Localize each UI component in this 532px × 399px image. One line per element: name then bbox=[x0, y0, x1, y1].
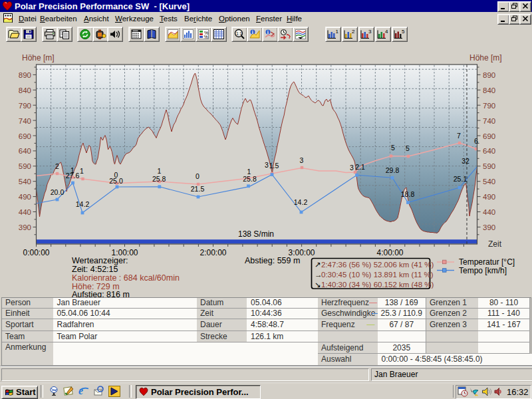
svg-text:1:40:30 (34 %) 60.152 km (48 %: 1:40:30 (34 %) 60.152 km (48 %) bbox=[321, 281, 434, 289]
svg-text:i: i bbox=[251, 29, 253, 35]
svg-text:440: 440 bbox=[483, 208, 495, 216]
svg-text:3: 3 bbox=[350, 164, 354, 172]
svg-text:490: 490 bbox=[483, 193, 495, 201]
svg-text:4:00:00: 4:00:00 bbox=[376, 248, 403, 257]
svg-text:590: 590 bbox=[483, 162, 495, 170]
svg-text:1.5: 1.5 bbox=[269, 162, 279, 170]
svg-text:0:00:00: 0:00:00 bbox=[23, 248, 49, 257]
svg-text:2: 2 bbox=[55, 162, 59, 170]
svg-text:14.2: 14.2 bbox=[76, 200, 90, 208]
svg-text:Tempo [km/h]: Tempo [km/h] bbox=[459, 266, 507, 275]
svg-text:1: 1 bbox=[80, 167, 84, 175]
svg-text:2:47:36 (56 %) 52.006 km (41 %: 2:47:36 (56 %) 52.006 km (41 %) bbox=[321, 261, 434, 269]
svg-text:Zeit: 4:52:15: Zeit: 4:52:15 bbox=[72, 265, 118, 274]
svg-text:20.0: 20.0 bbox=[51, 188, 65, 196]
svg-text:14.2: 14.2 bbox=[294, 198, 308, 206]
svg-text:840: 840 bbox=[19, 86, 31, 94]
svg-text:390: 390 bbox=[483, 223, 495, 231]
svg-text:21.5: 21.5 bbox=[191, 185, 205, 193]
svg-text:640: 640 bbox=[19, 147, 31, 155]
svg-text:540: 540 bbox=[19, 178, 31, 186]
svg-text:890: 890 bbox=[19, 71, 31, 79]
svg-text:1:1: 1:1 bbox=[236, 31, 242, 36]
svg-text:0:30:45 (10 %) 13.891 km (11 %: 0:30:45 (10 %) 13.891 km (11 %) bbox=[321, 271, 434, 279]
svg-text:790: 790 bbox=[483, 102, 495, 110]
svg-text:690: 690 bbox=[483, 132, 495, 140]
svg-text:29.8: 29.8 bbox=[386, 166, 400, 174]
svg-text:18.8: 18.8 bbox=[401, 190, 415, 198]
svg-text:890: 890 bbox=[483, 71, 495, 79]
svg-text:740: 740 bbox=[483, 117, 495, 125]
svg-text:440: 440 bbox=[19, 208, 31, 216]
svg-text:790: 790 bbox=[19, 102, 31, 110]
svg-text:690: 690 bbox=[19, 132, 31, 140]
svg-text:↘: ↘ bbox=[315, 281, 321, 289]
svg-text:Abstieg: 559 m: Abstieg: 559 m bbox=[245, 256, 300, 265]
svg-text:%: % bbox=[203, 35, 207, 39]
svg-text:840: 840 bbox=[483, 86, 495, 94]
svg-text:Werteanzeiger:: Werteanzeiger: bbox=[72, 256, 128, 265]
svg-text:e: e bbox=[78, 385, 83, 396]
svg-text:0: 0 bbox=[196, 172, 200, 180]
svg-text:3: 3 bbox=[368, 29, 372, 35]
svg-text:25.8: 25.8 bbox=[152, 175, 166, 183]
svg-text:Zeit: Zeit bbox=[488, 239, 502, 249]
svg-text:3: 3 bbox=[265, 161, 269, 169]
svg-text:6: 6 bbox=[474, 137, 478, 145]
svg-text:490: 490 bbox=[19, 193, 31, 201]
svg-text:Höhe [m]: Höhe [m] bbox=[22, 53, 55, 63]
svg-text:3: 3 bbox=[300, 156, 304, 164]
svg-text:Kalorienrate : 684 kcal/60min: Kalorienrate : 684 kcal/60min bbox=[72, 273, 180, 283]
svg-text:27.6: 27.6 bbox=[66, 172, 80, 180]
svg-text:5: 5 bbox=[402, 29, 405, 35]
svg-text:25.1: 25.1 bbox=[454, 175, 467, 183]
svg-text:390: 390 bbox=[19, 223, 31, 231]
svg-text:32: 32 bbox=[462, 157, 469, 165]
svg-text:2.1: 2.1 bbox=[355, 163, 365, 171]
svg-text:i: i bbox=[267, 29, 268, 35]
svg-text:25.8: 25.8 bbox=[243, 175, 257, 183]
svg-text:5: 5 bbox=[391, 144, 395, 152]
svg-text:25.0: 25.0 bbox=[109, 177, 123, 185]
svg-text:7: 7 bbox=[457, 132, 461, 140]
svg-text:↗: ↗ bbox=[315, 261, 321, 269]
svg-text:1: 1 bbox=[157, 167, 161, 175]
svg-text:5: 5 bbox=[406, 144, 410, 152]
svg-text:138 S/min: 138 S/min bbox=[238, 229, 274, 239]
svg-text:2: 2 bbox=[352, 29, 355, 35]
svg-text:Höhe [m]: Höhe [m] bbox=[469, 53, 502, 63]
svg-text:740: 740 bbox=[19, 117, 31, 125]
svg-text:1: 1 bbox=[336, 29, 339, 35]
svg-text:2:00:00: 2:00:00 bbox=[200, 248, 226, 257]
svg-text:4: 4 bbox=[385, 29, 388, 35]
svg-text:640: 640 bbox=[483, 147, 495, 155]
svg-text:540: 540 bbox=[483, 178, 495, 186]
svg-text:590: 590 bbox=[19, 162, 31, 170]
